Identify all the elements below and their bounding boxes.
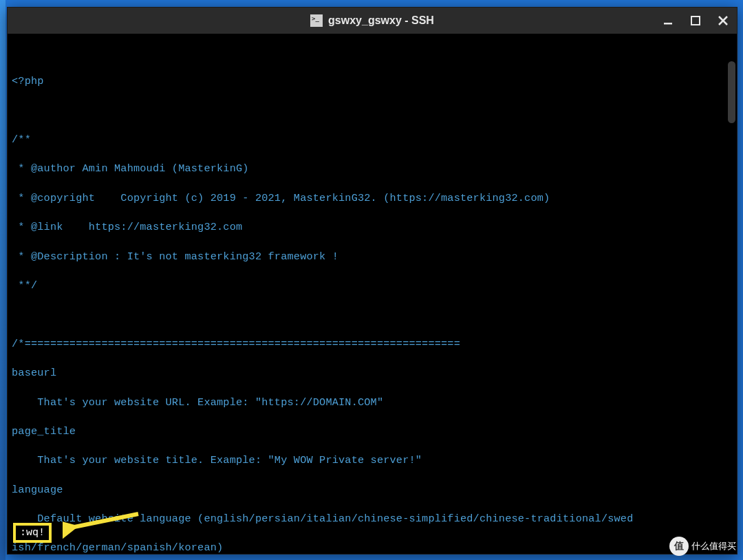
- code-line: ish/french/german/spanish/korean): [12, 541, 735, 554]
- vim-command-highlight: :wq!: [13, 523, 52, 543]
- window-title-text: gswxy_gswxy - SSH: [328, 14, 434, 27]
- code-line: <?php: [12, 74, 735, 89]
- code-line: * @link https://masterking32.com: [12, 220, 735, 235]
- maximize-button[interactable]: [687, 12, 704, 29]
- svg-rect-1: [691, 17, 700, 25]
- code-line: That's your website URL. Example: "https…: [12, 396, 735, 410]
- window-title-group: gswxy_gswxy - SSH: [310, 14, 434, 27]
- desktop-left-edge: [0, 0, 6, 560]
- code-content: <?php /** * @author Amin Mahmoudi (Maste…: [12, 60, 735, 554]
- terminal-window: gswxy_gswxy - SSH <?php /** * @author Am…: [7, 7, 737, 554]
- watermark: 值 什么值得买: [669, 537, 736, 556]
- svg-rect-0: [664, 23, 672, 25]
- code-line: **/: [12, 279, 735, 293]
- window-titlebar[interactable]: gswxy_gswxy - SSH: [8, 8, 737, 34]
- code-line: /*======================================…: [12, 337, 735, 352]
- close-button[interactable]: [715, 12, 731, 29]
- watermark-badge-icon: 值: [669, 537, 689, 556]
- code-line: language: [12, 483, 735, 497]
- watermark-text: 什么值得买: [691, 540, 736, 552]
- vim-command-text: :wq!: [20, 527, 45, 539]
- code-line: * @copyright Copyright (c) 2019 - 2021, …: [12, 191, 735, 206]
- code-line: [12, 308, 735, 322]
- code-line: page_title: [12, 424, 735, 439]
- code-line: * @author Amin Mahmoudi (MasterkinG): [12, 162, 735, 176]
- code-line: baseurl: [12, 366, 735, 380]
- code-line: [12, 104, 735, 118]
- terminal-icon: [310, 14, 323, 27]
- window-controls: [660, 8, 731, 34]
- minimize-button[interactable]: [660, 12, 676, 29]
- code-line: * @Description : It's not masterking32 f…: [12, 250, 735, 264]
- scrollbar-thumb[interactable]: [728, 61, 735, 123]
- code-line: That's your website title. Example: "My …: [12, 453, 735, 468]
- code-line: Default website language (english/persia…: [12, 512, 735, 526]
- terminal-viewport[interactable]: <?php /** * @author Amin Mahmoudi (Maste…: [8, 34, 737, 554]
- code-line: /**: [12, 133, 735, 147]
